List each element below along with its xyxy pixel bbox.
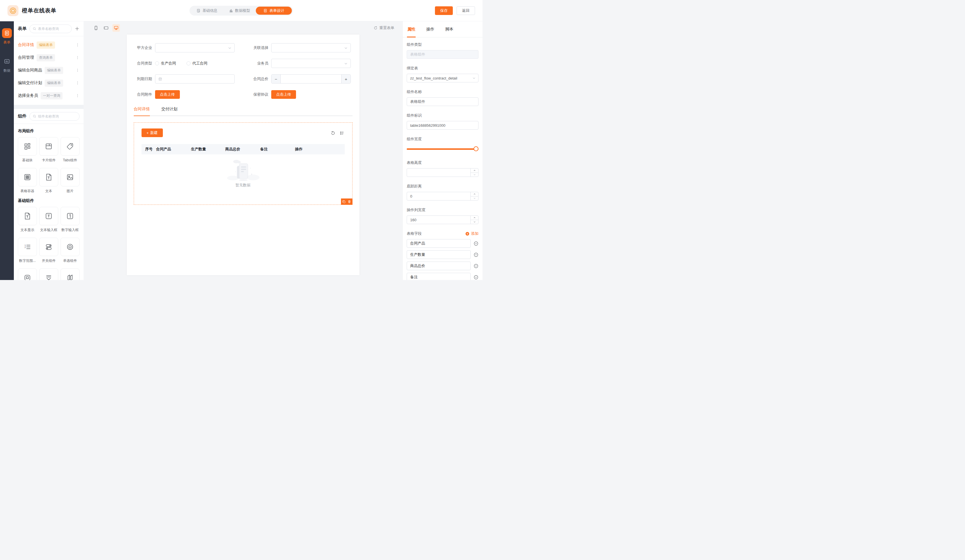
more-menu-icon[interactable]	[75, 94, 80, 98]
copy-icon[interactable]	[342, 200, 345, 203]
save-button[interactable]: 保存	[435, 7, 453, 15]
table-container-icon	[23, 173, 32, 181]
column-sort-icon[interactable]	[340, 131, 344, 136]
reset-form-button[interactable]: 重置表单	[373, 25, 394, 31]
slider-handle[interactable]	[474, 146, 478, 151]
form-list-item[interactable]: 编辑合同商品 编辑表单	[14, 64, 83, 77]
radio-production-contract[interactable]: 生产合同	[155, 61, 176, 66]
image-icon	[66, 173, 74, 181]
bind-table-select[interactable]: zz_test_flow_contract_detail	[407, 74, 478, 82]
step-down-icon[interactable]	[471, 220, 478, 224]
total-price-number-input: − +	[271, 74, 351, 83]
radio-circle-icon	[186, 61, 191, 65]
tab-script[interactable]: 脚本	[445, 21, 453, 38]
more-menu-icon[interactable]	[75, 81, 80, 85]
step-up-icon[interactable]	[471, 192, 478, 196]
slider-track[interactable]	[407, 149, 478, 150]
tab-form-design[interactable]: 表单设计	[256, 7, 292, 15]
component-tile-select[interactable]	[39, 268, 58, 280]
more-menu-icon[interactable]	[75, 56, 80, 60]
op-col-width-input[interactable]	[407, 216, 478, 224]
rail-item-data[interactable]: 数据	[2, 57, 12, 73]
salesman-select[interactable]	[271, 59, 351, 68]
component-tile-card[interactable]: 卡片组件	[39, 137, 58, 163]
rail-item-forms[interactable]: 表单	[2, 28, 12, 45]
app-header: 橙单在线表单 基础信息 数据模型 表单设计 保存 返回	[0, 0, 483, 21]
component-tile-radio[interactable]: 单选组件	[61, 238, 80, 263]
selected-table-component[interactable]: + 新建 序号 合同产品 生产数量 商品总价 备注 操作	[134, 122, 353, 205]
add-field-button[interactable]: 添加	[465, 231, 478, 236]
delete-trash-icon[interactable]	[348, 200, 351, 203]
step-up-icon[interactable]	[471, 168, 478, 173]
component-tile-number-input[interactable]: 数字输入框	[61, 207, 80, 232]
add-form-button[interactable]	[75, 26, 80, 31]
back-button[interactable]: 返回	[456, 7, 475, 15]
component-search-input[interactable]	[38, 114, 76, 118]
component-tile-text-display[interactable]: 文本显示	[18, 207, 37, 232]
component-tile-switch[interactable]: 开关组件	[39, 238, 58, 263]
step-down-icon[interactable]	[471, 173, 478, 177]
undo-refresh-icon[interactable]	[330, 131, 335, 136]
tab-actions[interactable]: 操作	[426, 21, 434, 38]
component-tile-image[interactable]: 图片	[61, 168, 80, 194]
party-company-select[interactable]	[155, 43, 235, 52]
minus-circle-icon[interactable]	[474, 241, 478, 246]
component-tile-basic-block[interactable]: 基础块	[18, 137, 37, 163]
radio-oem-contract[interactable]: 代工合同	[186, 61, 208, 66]
relation-select[interactable]	[271, 43, 351, 52]
tab-contract-detail[interactable]: 合同详情	[134, 106, 150, 116]
form-type-badge: 查询表单	[37, 54, 55, 61]
form-list-item[interactable]: 选择业务员 一对一查询	[14, 89, 83, 102]
app-logo-orange-icon	[8, 5, 18, 16]
component-tile-checkbox[interactable]	[18, 268, 37, 280]
form-list-item[interactable]: 合同管理 查询表单	[14, 51, 83, 64]
nda-upload-button[interactable]: 点击上传	[271, 90, 296, 99]
minus-circle-icon[interactable]	[474, 275, 478, 280]
table-fields-label: 表格字段	[407, 231, 422, 236]
component-tile-number-range[interactable]: 12 数字范围...	[18, 238, 37, 263]
component-tile-text[interactable]: 文本	[39, 168, 58, 194]
table-height-stepper	[407, 168, 478, 177]
increase-button[interactable]: +	[341, 75, 350, 83]
data-chart-icon	[2, 57, 12, 66]
component-tile-cascade[interactable]	[61, 268, 80, 280]
tab-basic-info[interactable]: 基础信息	[191, 6, 223, 16]
phone-icon[interactable]	[92, 24, 100, 32]
tablet-icon[interactable]	[102, 24, 110, 32]
bottom-margin-input[interactable]	[407, 192, 478, 201]
refresh-icon	[373, 26, 378, 30]
tab-data-model[interactable]: 数据模型	[223, 6, 256, 16]
checkbox-icon	[23, 273, 32, 280]
attachment-upload-button[interactable]: 点击上传	[155, 90, 180, 99]
basic-components-title: 基础组件	[14, 194, 83, 206]
blocks-icon	[23, 142, 32, 151]
field-label: 合同类型	[134, 61, 152, 66]
ordered-list-icon: 12	[23, 243, 32, 251]
chevron-down-icon	[344, 46, 348, 50]
component-tile-tabs[interactable]: Tabs组件	[61, 137, 80, 163]
form-search-input[interactable]	[38, 27, 69, 31]
form-list-item[interactable]: 合同详情 编辑表单	[14, 39, 83, 51]
component-id-input[interactable]	[407, 121, 478, 130]
desktop-icon[interactable]	[113, 24, 120, 32]
minus-circle-icon[interactable]	[474, 264, 478, 268]
form-type-badge: 编辑表单	[37, 41, 55, 49]
component-tile-table-container[interactable]: 表格容器	[18, 168, 37, 194]
table-header-row: 序号 合同产品 生产数量 商品总价 备注 操作	[142, 144, 345, 154]
total-price-value[interactable]	[281, 75, 341, 83]
tab-delivery-plan[interactable]: 交付计划	[162, 106, 178, 116]
step-up-icon[interactable]	[471, 216, 478, 220]
tabs-underline	[134, 116, 353, 116]
form-list-item[interactable]: 编辑交付计划 编辑表单	[14, 77, 83, 89]
step-down-icon[interactable]	[471, 196, 478, 201]
tab-properties[interactable]: 属性	[407, 21, 415, 38]
due-date-input[interactable]	[155, 74, 235, 83]
decrease-button[interactable]: −	[272, 75, 281, 83]
more-menu-icon[interactable]	[75, 43, 80, 47]
component-name-input[interactable]	[407, 97, 478, 106]
more-menu-icon[interactable]	[75, 68, 80, 72]
table-height-input[interactable]	[407, 168, 478, 177]
component-tile-text-input[interactable]: 文本输入框	[39, 207, 58, 232]
minus-circle-icon[interactable]	[474, 252, 478, 257]
new-row-button[interactable]: + 新建	[142, 129, 163, 137]
